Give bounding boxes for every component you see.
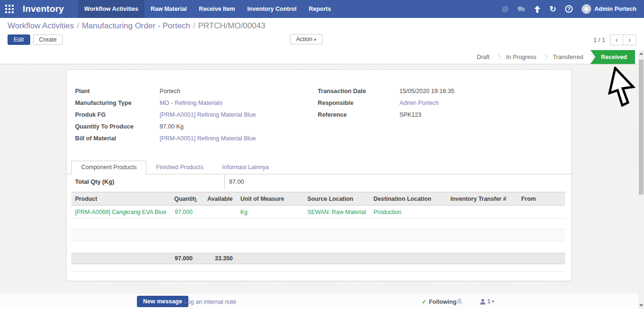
field-label-reference: Reference: [318, 112, 399, 118]
field-value-bill-of-material[interactable]: [PRM-A0051] Refining Material Blue: [160, 135, 256, 142]
field-groups: PlantPortech Manufacturing TypeMO - Refi…: [67, 70, 571, 147]
user-menu[interactable]: Admin Portech: [582, 4, 636, 14]
pager-previous-button[interactable]: ‹: [610, 34, 623, 45]
breadcrumb-workflow-activities[interactable]: Workflow Activities: [8, 21, 74, 30]
tab-component-products[interactable]: Component Products: [71, 161, 146, 174]
breadcrumb-manufacturing-order[interactable]: Manufacturing Order - Portech: [82, 21, 190, 30]
cell-source-location[interactable]: SEWAN: Raw Material: [304, 206, 370, 218]
edit-button[interactable]: Edit: [8, 34, 30, 45]
top-navbar: Inventory Workflow Activities Raw Materi…: [0, 0, 644, 18]
table-row[interactable]: [PRM-A0069] Cangkrang EVA Blue 97.000 Kg…: [71, 206, 565, 219]
table-empty-row: [71, 229, 565, 241]
pager-count: 1 / 1: [593, 36, 605, 43]
field-label-produk-fg: Produk FG: [75, 112, 160, 118]
column-header-source-location[interactable]: Source Location: [304, 192, 370, 205]
menu-raw-material[interactable]: Raw Material: [144, 0, 193, 18]
triangle-down-icon: [639, 304, 643, 307]
field-value-manufacturing-type[interactable]: MO - Refining Materials: [160, 100, 222, 106]
cell-quantity[interactable]: 97.000: [170, 206, 196, 218]
field-value-produk-fg[interactable]: [PRM-A0051] Refining Material Blue: [160, 112, 256, 118]
field-value-plant: Portech: [160, 88, 180, 94]
breadcrumb-separator: /: [190, 21, 198, 30]
cell-product[interactable]: [PRM-A0069] Cangkrang EVA Blue: [71, 206, 170, 218]
column-header-quantity[interactable]: Quantity: [170, 192, 196, 205]
cell-available[interactable]: [196, 206, 237, 218]
table-footer-row: 97.000 33.350: [71, 253, 565, 264]
column-header-inventory-transfer[interactable]: Inventory Transfer #: [447, 192, 517, 205]
table-empty-row: [71, 219, 565, 229]
status-step-draft[interactable]: Draft: [471, 54, 496, 60]
column-header-from[interactable]: From: [517, 192, 565, 205]
followers-count: 1: [487, 298, 491, 305]
notebook-tabs: Component Products Finished Products Inf…: [67, 161, 571, 174]
field-group-right: Transaction Date15/05/2020 19:16:35 Resp…: [318, 88, 454, 147]
cell-inventory-transfer[interactable]: [447, 206, 517, 218]
table-header-row: Product Quantity Available Unit of Measu…: [71, 192, 565, 206]
component-products-table: Product Quantity Available Unit of Measu…: [71, 192, 565, 272]
control-panel-buttons: Edit Create Action ▾ 1 / 1 ‹ ›: [8, 34, 636, 45]
chevron-down-icon: ▾: [314, 37, 316, 42]
breadcrumb-current-record: PRTCH/MO/00043: [198, 21, 265, 30]
field-label-transaction-date: Transaction Date: [318, 88, 399, 94]
status-step-in-progress[interactable]: In Progress: [500, 54, 542, 60]
help-icon[interactable]: ?: [565, 5, 573, 13]
column-header-available[interactable]: Available: [196, 192, 237, 205]
footer-total-quantity: 97.000: [170, 253, 196, 264]
create-button[interactable]: Create: [33, 34, 63, 45]
field-label-manufacturing-type: Manufacturing Type: [75, 100, 160, 106]
action-button[interactable]: Action ▾: [290, 34, 322, 44]
apps-grid-icon[interactable]: [0, 0, 19, 18]
cell-from[interactable]: [517, 206, 565, 218]
status-step-received-active[interactable]: Received: [590, 50, 635, 64]
vertical-scrollbar[interactable]: [638, 50, 644, 309]
total-qty-value: 97.00: [225, 179, 244, 185]
following-label: Following: [429, 299, 456, 305]
tab-finished-products[interactable]: Finished Products: [146, 161, 212, 174]
scroll-down-button[interactable]: [638, 302, 644, 309]
status-step-transferred[interactable]: Transferred: [547, 54, 589, 60]
field-value-transaction-date: 15/05/2020 19:16:35: [399, 88, 454, 94]
refresh-icon[interactable]: ↻: [550, 5, 556, 13]
cell-destination-location[interactable]: Production: [370, 206, 447, 218]
following-toggle[interactable]: ✓ Following: [422, 298, 457, 305]
menu-workflow-activities[interactable]: Workflow Activities: [78, 0, 144, 18]
field-value-quantity-to-produce: 97.00 Kg: [160, 123, 184, 130]
menu-receive-item[interactable]: Receive Item: [193, 0, 241, 18]
log-internal-note-link[interactable]: Log an internal note: [184, 299, 237, 305]
scroll-up-button[interactable]: [638, 50, 644, 57]
at-mention-icon[interactable]: @: [502, 6, 508, 12]
person-icon: [480, 299, 486, 305]
bell-icon[interactable]: [456, 298, 463, 307]
messages-icon[interactable]: [517, 6, 525, 12]
scrollbar-thumb[interactable]: [639, 60, 644, 195]
field-label-bill-of-material: Bill of Material: [75, 135, 160, 142]
field-group-left: PlantPortech Manufacturing TypeMO - Refi…: [75, 88, 318, 147]
field-label-responsible: Responsible: [318, 100, 399, 106]
tab-informasi-lainnya[interactable]: Informasi Lainnya: [213, 161, 279, 174]
form-sheet: PlantPortech Manufacturing TypeMO - Refi…: [66, 69, 572, 281]
column-header-destination-location[interactable]: Destination Location: [370, 192, 447, 205]
statusbar: Draft In Progress Transferred Received: [0, 50, 638, 64]
check-icon: ✓: [422, 298, 426, 305]
new-message-button[interactable]: New message: [137, 296, 188, 307]
table-tail-row: [71, 264, 565, 272]
table-empty-row: [71, 241, 565, 253]
followers-dropdown[interactable]: 1 ▾: [480, 298, 494, 305]
total-qty-label: Total Qty (Kg): [67, 174, 225, 189]
field-label-plant: Plant: [75, 88, 160, 94]
main-menu: Workflow Activities Raw Material Receive…: [78, 0, 337, 18]
column-header-product[interactable]: Product: [71, 192, 170, 205]
column-header-unit-of-measure[interactable]: Unit of Measure: [237, 192, 304, 205]
control-panel: Workflow Activities/Manufacturing Order …: [0, 18, 644, 50]
field-value-responsible[interactable]: Admin Portech: [399, 100, 439, 106]
breadcrumb: Workflow Activities/Manufacturing Order …: [8, 21, 636, 31]
app-title[interactable]: Inventory: [19, 4, 78, 14]
triangle-up-icon: [639, 52, 643, 55]
menu-reports[interactable]: Reports: [303, 0, 337, 18]
menu-inventory-control[interactable]: Inventory Control: [241, 0, 303, 18]
chevron-down-icon: ▾: [492, 299, 494, 304]
breadcrumb-separator: /: [74, 21, 82, 30]
pager-next-button[interactable]: ›: [623, 34, 636, 45]
cell-unit-of-measure[interactable]: Kg: [237, 206, 304, 218]
push-to-talk-icon[interactable]: [534, 6, 541, 13]
